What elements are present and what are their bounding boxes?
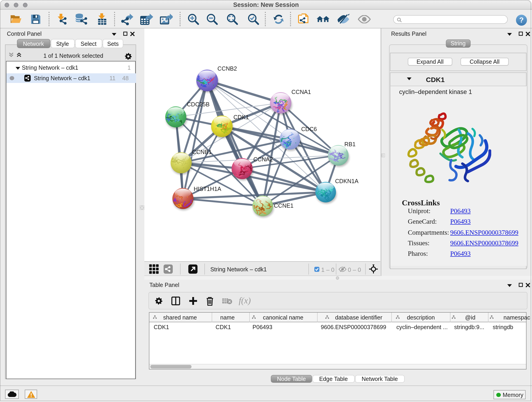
svg-text:HIST1H1A: HIST1H1A [194, 186, 221, 192]
svg-text:CDKN1A: CDKN1A [335, 178, 358, 184]
svg-text:CDK1: CDK1 [234, 114, 249, 120]
svg-text:CDC6: CDC6 [301, 126, 317, 132]
svg-text:CCNE1: CCNE1 [274, 202, 293, 209]
svg-text:CCNA1: CCNA1 [291, 89, 311, 95]
svg-text:RB1: RB1 [344, 141, 355, 147]
svg-text:CCNB2: CCNB2 [217, 65, 237, 72]
svg-text:CCNB1: CCNB1 [192, 149, 212, 155]
svg-text:CCNA2: CCNA2 [253, 156, 273, 162]
svg-text:CDC25B: CDC25B [187, 101, 209, 108]
